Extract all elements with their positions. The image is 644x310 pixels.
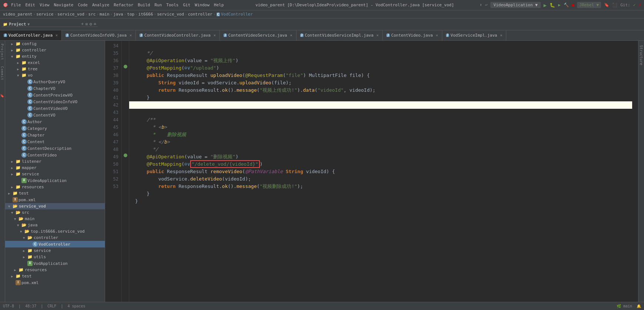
tree-content-vo[interactable]: ▶ C ContentVO [5, 112, 105, 118]
menu-analyze[interactable]: Analyze [92, 3, 109, 7]
bc-top[interactable]: top [127, 12, 134, 17]
tree-author[interactable]: ▶ C Author [5, 118, 105, 125]
tree-config[interactable]: ▶ 📁 config [5, 41, 105, 47]
status-encoding[interactable]: UTF-8 [3, 304, 14, 308]
tree-video-application[interactable]: ▶ A VideoApplication [5, 177, 105, 184]
tree-svc-java[interactable]: ▼ 📂 java [5, 222, 105, 228]
run-config[interactable]: VideoApplication ▼ [490, 2, 540, 8]
bc-src[interactable]: src [88, 12, 96, 17]
tree-svc-utils[interactable]: ▶ 📁 utils [5, 254, 105, 260]
menu-code[interactable]: Code [78, 3, 88, 7]
status-git-branch[interactable]: 🌿 main [617, 304, 632, 308]
tab-close-content-video[interactable]: × [436, 33, 438, 37]
status-crlf[interactable]: CRLF [47, 304, 56, 308]
menu-window[interactable]: Window [195, 3, 209, 7]
git-cross[interactable]: ✗ [638, 3, 641, 7]
menu-edit[interactable]: Edit [26, 3, 36, 7]
app-menu[interactable]: File Edit View Navigate Code Analyze Ref… [11, 3, 224, 7]
vcs-icon[interactable]: ⬆ [480, 3, 482, 7]
bc-video-parent[interactable]: video_parent [3, 12, 32, 17]
tree-test[interactable]: ▶ 📁 test [5, 190, 105, 196]
tree-svc-src[interactable]: ▼ 📂 src [5, 209, 105, 216]
tree-svc-controller[interactable]: ▼ 📂 controller [5, 235, 105, 241]
bc-service-vod-pkg[interactable]: service_vod [157, 12, 184, 17]
build-button[interactable]: 🔨 [564, 3, 569, 7]
run-with-coverage[interactable]: ▶ [558, 3, 561, 7]
stop-red-icon[interactable]: ⬛ [612, 3, 617, 7]
tree-controller[interactable]: ▶ 📁 controller [5, 47, 105, 53]
bc-main[interactable]: main [100, 12, 110, 17]
code-editor[interactable]: */ @ApiOperation(value = "视频上传") @PostMa… [129, 41, 638, 310]
bc-service-vod[interactable]: service_vod [57, 12, 84, 17]
status-notifications[interactable]: 🔔 [637, 304, 641, 308]
tree-content-video-info-vo[interactable]: ▶ C ContentVideoInfoVO [5, 98, 105, 105]
tree-vod-controller[interactable]: ▶ C VodController [5, 241, 105, 247]
tree-vod-application[interactable]: ▶ A VodApplication [5, 260, 105, 267]
tree-svc-test[interactable]: ▶ 📁 test [5, 273, 105, 279]
tree-service[interactable]: ▶ 📁 service [5, 171, 105, 177]
tab-close-content-video-service[interactable]: × [290, 33, 292, 37]
run-button[interactable]: ▶ [544, 2, 547, 8]
tab-content-video-info-vo[interactable]: J ContentVideoInfoVO.java × [62, 30, 136, 40]
tree-listener[interactable]: ▶ 📁 listener [5, 158, 105, 165]
project-panel-label[interactable]: Project [0, 41, 5, 63]
tree-svc-main[interactable]: ▼ 📂 main [5, 216, 105, 222]
tree-content-video-vo[interactable]: ▶ C ContentVideoVO [5, 105, 105, 112]
tree-excel[interactable]: ▶ 📁 excel [5, 60, 105, 66]
tab-vod-service-impl[interactable]: J VodServiceImpl.java × [442, 30, 507, 40]
bc-vod-controller[interactable]: C VodController [217, 12, 253, 17]
back-icon[interactable]: ↩ [485, 3, 488, 7]
tree-content-preview-vo[interactable]: ▶ C ContentPreviewVO [5, 92, 105, 98]
structure-label[interactable]: Structure [639, 45, 643, 65]
menu-navigate[interactable]: Navigate [54, 3, 74, 7]
tree-service-vod-module[interactable]: ▼ 📂 service_vod [5, 203, 105, 209]
menu-git[interactable]: Git [183, 3, 190, 7]
tab-vod-controller[interactable]: J VodController.java × [0, 30, 62, 40]
toolbar-plus[interactable]: + [81, 21, 84, 27]
stop-button[interactable]: ■ [572, 3, 574, 7]
menu-refactor[interactable]: Refactor [114, 3, 133, 7]
toolbar-gear2[interactable]: ≐ [94, 21, 96, 27]
tree-svc-service[interactable]: ▶ 📁 service [5, 247, 105, 254]
toolbar-settings[interactable]: ⚙ [90, 21, 92, 27]
tree-chapter[interactable]: ▶ C Chapter [5, 132, 105, 138]
tree-mapper[interactable]: ▶ 📁 mapper [5, 165, 105, 171]
bc-service[interactable]: service [36, 12, 53, 17]
tab-close-content-video-info-vo[interactable]: × [130, 33, 132, 37]
bookmark-icon[interactable]: 🔖 [604, 3, 609, 7]
tree-entity[interactable]: ▼ 📁 entity [5, 53, 105, 60]
tab-close-content-video-service-impl[interactable]: × [376, 33, 379, 37]
debug-button[interactable]: 🐛 [550, 3, 555, 8]
tree-pom-xml[interactable]: ▶ X pom.xml [5, 196, 105, 203]
tree-tree[interactable]: ▶ 📁 tree [5, 66, 105, 72]
tree-content[interactable]: ▶ C Content [5, 138, 105, 145]
bookmarks-panel-label[interactable]: 🔖 [0, 91, 5, 101]
tree-vo[interactable]: ▼ 📁 vo [5, 72, 105, 78]
toolbar-equalizer[interactable]: ≡ [85, 21, 88, 27]
menu-help[interactable]: Help [214, 3, 224, 7]
tree-category[interactable]: ▶ C Category [5, 125, 105, 132]
project-toggle[interactable]: ▼ [27, 22, 30, 26]
bc-controller[interactable]: controller [188, 12, 212, 17]
tree-author-query-vo[interactable]: ▶ C AuthorQueryVO [5, 78, 105, 85]
tree-content-description[interactable]: ▶ C ContentDescription [5, 145, 105, 152]
menu-view[interactable]: View [40, 3, 50, 7]
menu-run[interactable]: Run [154, 3, 162, 7]
bc-it6666[interactable]: it6666 [138, 12, 153, 17]
tree-svc-resources[interactable]: ▶ 📁 resources [5, 267, 105, 273]
menu-build[interactable]: Build [138, 3, 150, 7]
tab-content-video-service[interactable]: J ContentVideoService.java × [220, 30, 296, 40]
tab-content-video-service-impl[interactable]: J ContentVideoServiceImpl.java × [296, 30, 383, 40]
tree-chapter-vo[interactable]: ▶ C ChapterVO [5, 85, 105, 92]
bc-java[interactable]: java [113, 12, 123, 17]
jrebel-button[interactable]: JRebel ▼ [577, 2, 601, 8]
tree-svc-package[interactable]: ▼ 📂 top.it6666.service_vod [5, 228, 105, 235]
tab-content-video-controller[interactable]: J ContentVideoController.java × [136, 30, 220, 40]
tree-resources[interactable]: ▶ 📁 resources [5, 184, 105, 190]
menu-tools[interactable]: Tools [166, 3, 178, 7]
tab-close-content-video-controller[interactable]: × [214, 33, 216, 37]
menu-file[interactable]: File [11, 3, 21, 7]
git-check[interactable]: ✓ [633, 3, 636, 7]
tab-content-video[interactable]: J ContentVideo.java × [383, 30, 442, 40]
commit-panel-label[interactable]: Commit [0, 63, 5, 84]
